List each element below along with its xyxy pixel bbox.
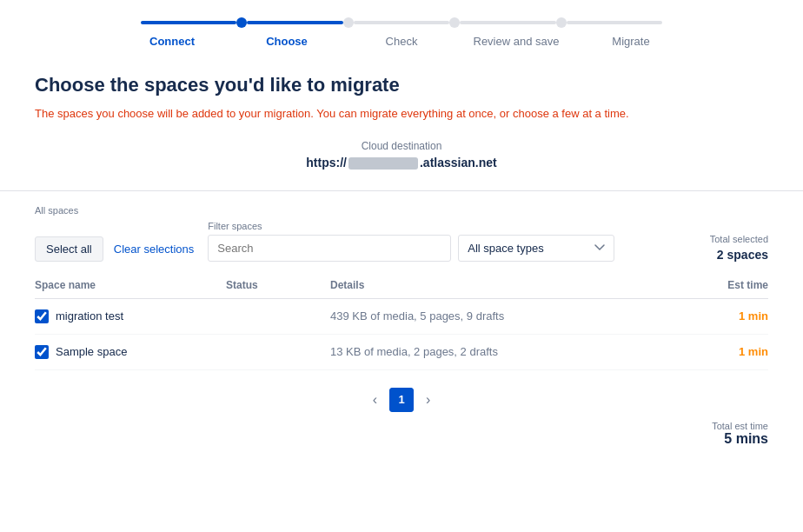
select-all-button[interactable]: Select all (35, 236, 103, 262)
space-name-0: migration test (56, 309, 123, 323)
space-status-1 (226, 334, 330, 369)
step-review: Review and save (459, 35, 574, 48)
total-est-label: Total est time (712, 421, 768, 431)
space-details-0: 439 KB of media, 5 pages, 9 drafts (330, 309, 504, 323)
footer-total: Total est time 5 mins (0, 421, 803, 464)
page-1-button[interactable]: 1 (389, 388, 414, 412)
space-status-0 (226, 298, 330, 334)
pagination: ‹ 1 › (0, 370, 803, 421)
step-migrate: Migrate (574, 35, 688, 48)
spaces-table-wrapper: Space name Status Details Est time migra… (0, 272, 803, 370)
cloud-destination-url: https://.atlassian.net (35, 156, 768, 170)
filter-row: All spaces Select all Clear selections F… (0, 205, 803, 262)
filter-spaces-group: Filter spaces All space types Personal s… (208, 221, 614, 262)
col-header-space-name: Space name (35, 272, 226, 299)
filter-spaces-label: Filter spaces (208, 221, 614, 231)
total-selected-label: Total selected (710, 234, 768, 244)
search-and-type: All space types Personal spaces Team spa… (208, 235, 614, 262)
total-selected-value: 2 spaces (717, 248, 768, 262)
step-connect: Connect (115, 35, 229, 48)
url-redacted (348, 157, 418, 170)
total-selected-group: Total selected 2 spaces (710, 234, 768, 262)
table-row: Sample space 13 KB of media, 2 pages, 2 … (35, 334, 768, 369)
table-row: migration test 439 KB of media, 5 pages,… (35, 298, 768, 334)
all-spaces-group: All spaces Select all Clear selections (35, 205, 197, 262)
next-page-button[interactable]: › (421, 392, 435, 408)
col-header-details: Details (330, 272, 699, 299)
page-subtitle: The spaces you choose will be added to y… (35, 105, 768, 123)
step-choose: Choose (229, 35, 344, 48)
search-input[interactable] (208, 235, 451, 262)
selection-actions: Select all Clear selections (35, 236, 197, 262)
total-est-group: Total est time 5 mins (712, 421, 768, 447)
space-esttime-1: 1 min (739, 345, 768, 358)
cloud-destination-section: Cloud destination https://.atlassian.net (35, 140, 768, 170)
col-header-est-time: Est time (699, 272, 768, 299)
cloud-destination-label: Cloud destination (35, 140, 768, 152)
spaces-table: Space name Status Details Est time migra… (35, 272, 768, 370)
space-details-1: 13 KB of media, 2 pages, 2 drafts (330, 345, 498, 358)
clear-selections-button[interactable]: Clear selections (110, 237, 198, 261)
prev-page-button[interactable]: ‹ (368, 392, 382, 408)
step-check: Check (344, 35, 459, 48)
row-checkbox-1[interactable] (35, 345, 49, 359)
all-spaces-label: All spaces (35, 205, 197, 216)
space-esttime-0: 1 min (739, 309, 768, 323)
main-content: Choose the spaces you'd like to migrate … (0, 57, 803, 170)
total-est-value: 5 mins (712, 431, 768, 447)
space-name-1: Sample space (56, 345, 127, 358)
col-header-status: Status (226, 272, 330, 299)
row-checkbox-0[interactable] (35, 309, 49, 323)
space-type-select[interactable]: All space types Personal spaces Team spa… (458, 235, 614, 262)
page-title: Choose the spaces you'd like to migrate (35, 74, 768, 96)
stepper: Connect Choose Check Review and save Mig… (0, 0, 803, 57)
